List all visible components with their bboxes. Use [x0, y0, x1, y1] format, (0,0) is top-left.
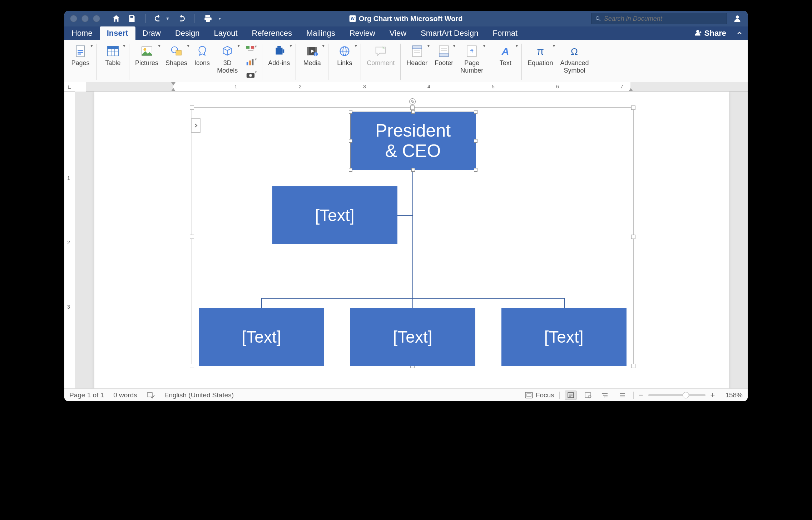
zoom-in-button[interactable]: +	[710, 391, 715, 400]
resize-handle-sw[interactable]	[190, 364, 194, 368]
collapse-ribbon-button[interactable]	[731, 26, 748, 40]
resize-handle-w[interactable]	[190, 235, 194, 239]
print-icon[interactable]	[203, 14, 212, 23]
qat-customize-icon[interactable]: ▾	[219, 16, 221, 21]
footer-button[interactable]: ▼ Footer	[431, 41, 457, 68]
zoom-slider[interactable]	[648, 394, 705, 396]
tab-smartart-design[interactable]: SmartArt Design	[414, 26, 485, 40]
svg-point-21	[249, 74, 252, 77]
save-icon[interactable]	[127, 14, 137, 23]
resize-handle-nw[interactable]	[190, 106, 194, 110]
draft-view-button[interactable]	[616, 391, 628, 400]
web-layout-view-button[interactable]	[582, 391, 594, 400]
shape-handle[interactable]	[349, 110, 352, 114]
tab-view[interactable]: View	[382, 26, 414, 40]
search-box[interactable]	[591, 13, 727, 24]
tab-format[interactable]: Format	[486, 26, 525, 40]
spellcheck-icon[interactable]	[147, 392, 155, 399]
outline-view-button[interactable]	[599, 391, 611, 400]
media-button[interactable]: ▼ Media	[298, 41, 326, 82]
focus-mode-button[interactable]: Focus	[525, 391, 554, 399]
tab-review[interactable]: Review	[342, 26, 382, 40]
word-count[interactable]: 0 words	[113, 391, 137, 399]
close-window-button[interactable]	[70, 15, 77, 22]
connector	[261, 298, 565, 299]
header-label: Header	[406, 59, 427, 67]
chart-button[interactable]: ▼	[243, 57, 258, 68]
shape-handle[interactable]	[474, 139, 477, 143]
org-node-child-3[interactable]: [Text]	[501, 308, 627, 366]
org-node-child-2[interactable]: [Text]	[350, 308, 475, 366]
print-layout-view-button[interactable]	[565, 391, 577, 400]
vertical-ruler[interactable]: 1 2 3	[64, 92, 75, 388]
resize-handle-n[interactable]	[410, 106, 415, 110]
profile-icon[interactable]	[733, 14, 742, 23]
shape-handle[interactable]	[411, 168, 415, 172]
hanging-indent-marker[interactable]	[171, 88, 175, 91]
text-pane-toggle[interactable]	[191, 118, 200, 133]
shape-handle[interactable]	[349, 168, 352, 172]
links-button[interactable]: ▼ Links	[331, 41, 358, 82]
svg-rect-44	[527, 394, 531, 397]
org-node-child-1[interactable]: [Text]	[199, 308, 324, 366]
shape-handle[interactable]	[411, 110, 415, 114]
tab-home[interactable]: Home	[64, 26, 100, 40]
smartart-button[interactable]: ▼	[243, 44, 258, 55]
zoom-slider-knob[interactable]	[683, 392, 689, 398]
tab-insert[interactable]: Insert	[100, 26, 135, 40]
screenshot-button[interactable]: ▼	[243, 69, 258, 81]
shape-handle[interactable]	[474, 110, 477, 114]
org-node-root[interactable]: President & CEO	[351, 112, 476, 170]
page-indicator[interactable]: Page 1 of 1	[69, 391, 104, 399]
connector	[261, 298, 262, 309]
share-button[interactable]: Share	[689, 26, 731, 40]
addins-label: Add-ins	[268, 59, 290, 67]
search-input[interactable]	[604, 15, 723, 23]
home-icon[interactable]	[112, 14, 121, 23]
equation-icon: π	[533, 44, 548, 59]
tab-layout[interactable]: Layout	[207, 26, 244, 40]
first-line-indent-marker[interactable]	[171, 82, 175, 85]
text-button[interactable]: ▼ A Text	[491, 41, 519, 82]
zoom-out-button[interactable]: −	[639, 391, 643, 400]
shape-handle[interactable]	[349, 139, 352, 143]
tab-references[interactable]: References	[245, 26, 299, 40]
right-indent-marker[interactable]	[629, 88, 633, 91]
redo-icon[interactable]	[176, 14, 185, 23]
smartart-frame[interactable]: ↻	[192, 107, 634, 366]
media-icon	[304, 44, 320, 59]
advanced-symbol-button[interactable]: Ω Advanced Symbol	[556, 41, 592, 75]
tab-mailings[interactable]: Mailings	[299, 26, 342, 40]
comment-button[interactable]: Comment	[363, 41, 398, 82]
pages-button[interactable]: ▼ Pages	[66, 41, 94, 82]
pictures-icon	[139, 44, 154, 59]
undo-icon[interactable]	[154, 14, 163, 23]
3d-models-button[interactable]: ▼ 3D Models	[213, 41, 241, 75]
page[interactable]: ↻	[94, 92, 729, 388]
zoom-window-button[interactable]	[93, 15, 100, 22]
page-number-button[interactable]: ▼ # Page Number	[457, 41, 487, 75]
resize-handle-e[interactable]	[631, 235, 635, 239]
equation-button[interactable]: ▼ π Equation	[524, 41, 556, 68]
undo-dropdown-icon[interactable]: ▼	[165, 16, 170, 21]
language-indicator[interactable]: English (United States)	[164, 391, 234, 399]
minimize-window-button[interactable]	[81, 15, 89, 22]
resize-handle-ne[interactable]	[631, 106, 635, 110]
shapes-button[interactable]: ▼ Shapes	[162, 41, 191, 68]
pictures-label: Pictures	[135, 59, 158, 67]
header-button[interactable]: ▼ Header	[403, 41, 431, 68]
icons-button[interactable]: Icons	[191, 41, 213, 68]
document-scroll[interactable]: ↻	[75, 92, 748, 388]
tab-draw[interactable]: Draw	[135, 26, 168, 40]
org-node-assistant[interactable]: [Text]	[272, 186, 397, 244]
shape-handle[interactable]	[474, 168, 477, 172]
horizontal-ruler[interactable]: 1 2 3 4 5 6 7	[86, 82, 748, 92]
pictures-button[interactable]: ▼ Pictures	[132, 41, 162, 68]
resize-handle-se[interactable]	[631, 364, 635, 368]
tab-design[interactable]: Design	[168, 26, 207, 40]
rotate-handle[interactable]: ↻	[409, 98, 416, 105]
table-button[interactable]: ▼ Table	[99, 41, 127, 82]
zoom-level[interactable]: 158%	[725, 391, 743, 399]
tab-selector[interactable]	[64, 82, 75, 92]
addins-button[interactable]: ▼ Add-ins	[264, 41, 293, 82]
